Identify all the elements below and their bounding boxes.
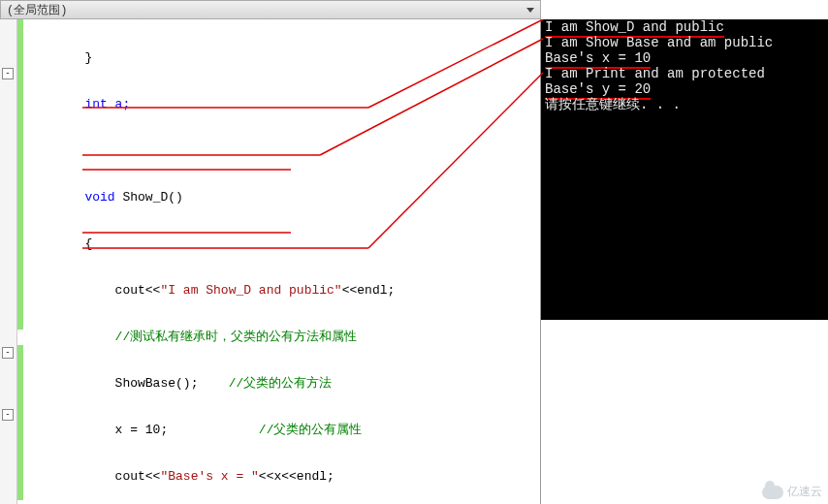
gutter bbox=[0, 19, 17, 504]
code-line: int a; bbox=[24, 97, 540, 112]
console-line: Base's y = 20 bbox=[545, 81, 824, 97]
main-area: - - - } int a; void Show_D() { cout<<"I … bbox=[0, 19, 828, 504]
console-line: I am Show_D and public bbox=[545, 19, 824, 35]
code-body: } int a; void Show_D() { cout<<"I am Sho… bbox=[24, 19, 540, 504]
change-bar bbox=[17, 19, 23, 330]
code-line bbox=[24, 143, 540, 159]
console-line: Base's x = 10 bbox=[545, 50, 824, 66]
scope-dropdown[interactable]: (全局范围) bbox=[1, 1, 540, 19]
console-line: 请按任意键继续. . . bbox=[545, 97, 824, 112]
scope-label: (全局范围) bbox=[7, 2, 67, 18]
code-line: cout<<"I am Show_D and public"<<endl; bbox=[24, 283, 540, 299]
chevron-down-icon bbox=[526, 8, 534, 13]
console-line: I am Show Base and am public bbox=[545, 35, 824, 50]
code-line: cout<<"Base's x = "<<x<<endl; bbox=[24, 469, 540, 485]
code-editor[interactable]: - - - } int a; void Show_D() { cout<<"I … bbox=[0, 19, 541, 504]
code-line: x = 10; //父类的公有属性 bbox=[24, 423, 540, 438]
fold-toggle-icon[interactable]: - bbox=[2, 68, 14, 79]
watermark-text: 亿速云 bbox=[787, 484, 822, 500]
fold-toggle-icon[interactable]: - bbox=[2, 409, 14, 421]
code-line: } bbox=[24, 50, 540, 66]
code-line: void Show_D() bbox=[24, 190, 540, 205]
fold-toggle-icon[interactable]: - bbox=[2, 347, 14, 359]
toolbar: (全局范围) bbox=[0, 0, 541, 19]
cloud-icon bbox=[762, 486, 783, 499]
console-line: I am Print and am protected bbox=[545, 66, 824, 81]
code-line: { bbox=[24, 236, 540, 252]
console-output: I am Show_D and public I am Show Base an… bbox=[541, 19, 828, 320]
watermark: 亿速云 bbox=[762, 484, 822, 500]
code-line: ShowBase(); //父类的公有方法 bbox=[24, 376, 540, 392]
code-line: //测试私有继承时，父类的公有方法和属性 bbox=[24, 330, 540, 345]
change-bar bbox=[17, 345, 23, 500]
